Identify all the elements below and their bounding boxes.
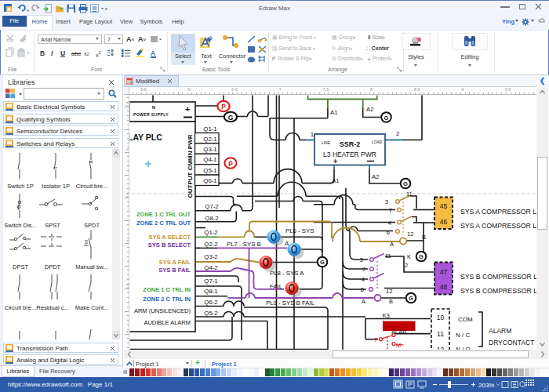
svg-text:SYS B SELECT: SYS B SELECT [148,241,191,249]
svg-text:N: N [152,105,155,110]
svg-text:1: 1 [311,131,314,138]
svg-text:PL9 - SYS B FAIL: PL9 - SYS B FAIL [266,299,315,307]
svg-text:11: 11 [406,191,413,198]
svg-text:Q5-2: Q5-2 [204,310,217,317]
svg-text:Q1-1: Q1-1 [203,125,216,132]
svg-text:+: + [185,104,190,114]
svg-text:POWER SUPPLY: POWER SUPPLY [133,112,169,117]
svg-text:G: G [419,253,424,260]
svg-text:12: 12 [386,288,392,295]
svg-text:Q8-1: Q8-1 [204,288,217,295]
svg-text:L3 HEATER PWR: L3 HEATER PWR [323,151,376,158]
svg-text:2: 2 [405,262,408,269]
svg-text:Q6-1: Q6-1 [203,177,216,184]
svg-text:2: 2 [396,130,399,137]
svg-text:FAIL: FAIL [270,283,283,290]
svg-text:11: 11 [385,252,391,260]
svg-text:SYS B FAIL: SYS B FAIL [158,267,191,274]
svg-text:3: 3 [360,256,363,263]
svg-text:SYS A FAIL: SYS A FAIL [159,259,191,266]
svg-text:PL6 - SYS: PL6 - SYS [285,227,314,234]
svg-text:SYS A SELECT: SYS A SELECT [148,234,191,241]
svg-text:A2: A2 [366,106,374,113]
svg-text:Q6-2: Q6-2 [204,299,217,306]
svg-text:Q3-1: Q3-1 [203,146,216,153]
svg-text:G: G [409,295,413,302]
svg-text:4: 4 [362,276,365,283]
svg-text:SYS A COMPRESSOR L: SYS A COMPRESSOR L [460,208,536,216]
svg-text:ALARM: ALARM [489,327,511,335]
svg-text:N / C: N / C [456,332,470,339]
svg-text:Q4-1: Q4-1 [203,156,216,163]
svg-text:Q2-2: Q2-2 [204,241,217,248]
svg-text:A: A [362,298,365,305]
svg-text:AUDIBLE ALARM: AUDIBLE ALARM [144,319,191,326]
svg-text:OUTPUT CMMN PWR: OUTPUT CMMN PWR [187,134,194,198]
svg-text:B: B [389,298,393,305]
svg-text:COM: COM [458,316,473,323]
svg-text:7: 7 [389,207,392,214]
svg-text:Q7-1: Q7-1 [204,278,217,285]
svg-text:12: 12 [407,230,413,238]
svg-text:SSR-2: SSR-2 [340,140,361,148]
svg-text:G: G [228,114,234,122]
svg-text:K: K [407,253,411,260]
svg-text:+: + [333,158,337,165]
svg-text:46: 46 [440,218,448,226]
svg-text:K3: K3 [383,312,390,319]
svg-text:ZONE 2 C TRL OUT: ZONE 2 C TRL OUT [136,220,191,227]
svg-text:4: 4 [388,220,391,227]
svg-text:11: 11 [437,330,444,338]
svg-text:Q7-2: Q7-2 [205,203,218,210]
svg-text:Q4-2: Q4-2 [204,264,217,271]
svg-text:Q8-2: Q8-2 [205,215,218,222]
svg-text:48: 48 [440,283,448,291]
svg-text:M: M [396,342,401,349]
svg-text:G: G [384,114,389,122]
svg-text:6: 6 [387,229,390,236]
svg-text:G: G [320,259,325,266]
svg-text:Q2-1: Q2-1 [203,136,216,143]
svg-text:LINE: LINE [322,141,330,145]
svg-text:G: G [403,180,408,187]
svg-text:Q5-1: Q5-1 [203,167,216,174]
svg-text:PL7 - SYS B: PL7 - SYS B [227,241,261,248]
svg-text:7: 7 [362,266,365,273]
svg-text:ZONE 1 C TRL IN: ZONE 1 C TRL IN [143,286,191,293]
svg-text:6: 6 [361,286,364,293]
svg-text:ARM (UNSILENCED): ARM (UNSILENCED) [134,307,191,314]
svg-text:B: B [422,234,426,241]
svg-text:P: P [228,160,233,168]
svg-text:47: 47 [440,268,448,276]
svg-text:PL8 - SYS A: PL8 - SYS A [270,270,304,277]
svg-text:Q3-2: Q3-2 [204,253,217,260]
svg-text:A1: A1 [332,177,340,184]
svg-text:A1: A1 [330,109,338,116]
svg-text:7: 7 [374,336,377,343]
svg-text:LAY PLC: LAY PLC [128,132,162,142]
svg-text:A: A [390,241,394,248]
svg-text:A2: A2 [372,173,380,180]
svg-text:SYS B COMPRESSOR L: SYS B COMPRESSOR L [460,273,537,281]
svg-text:3: 3 [385,198,388,205]
svg-text:SYS B COMPRESSOR L: SYS B COMPRESSOR L [460,287,537,295]
svg-text:Q1-2: Q1-2 [204,229,217,236]
svg-text:ZONE 2 C TRL IN: ZONE 2 C TRL IN [143,296,191,303]
svg-text:ZONE 1 C TRL OUT: ZONE 1 C TRL OUT [136,211,191,218]
svg-text:LOAD: LOAD [372,140,383,144]
svg-text:SYS A COMPRESSOR L: SYS A COMPRESSOR L [460,222,536,230]
svg-text:45: 45 [440,202,448,210]
svg-text:P: P [221,103,226,111]
svg-text:10: 10 [437,314,445,321]
svg-text:203%: 203% [478,382,494,389]
svg-text:DRYCONTACT: DRYCONTACT [489,339,534,347]
